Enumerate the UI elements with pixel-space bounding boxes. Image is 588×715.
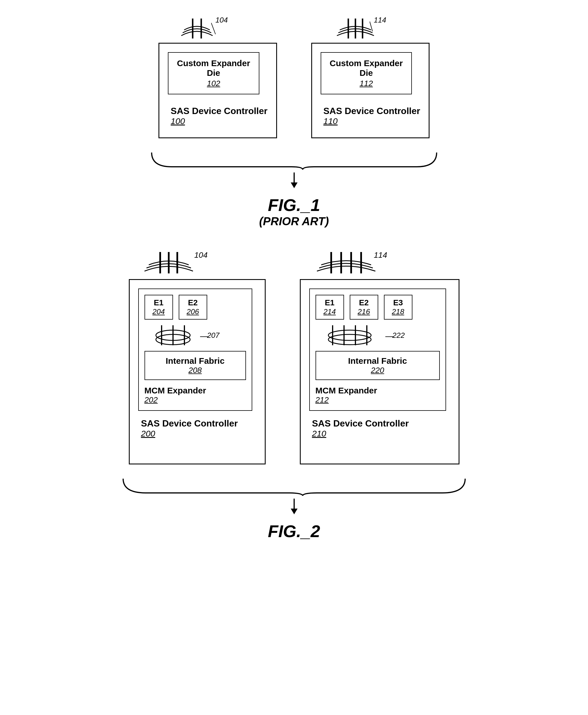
svg-line-2 bbox=[211, 23, 215, 34]
svg-marker-8 bbox=[291, 183, 298, 188]
fig2-left-mcm-ref: 202 bbox=[145, 395, 246, 404]
fig2-right-e2-label: E2 bbox=[355, 298, 373, 307]
fig1-title: FIG._1 bbox=[268, 195, 320, 215]
fig2-right-fabric-ref: 220 bbox=[323, 366, 433, 375]
fig2-device-left: E1 204 E2 206 bbox=[129, 279, 266, 464]
fig1-device-right-inner: Custom ExpanderDie 112 bbox=[321, 52, 412, 94]
fig1-devices: 104 Custom ExpanderDie 102 SAS Device Co… bbox=[159, 17, 429, 138]
fig2-left-expander-row: E1 204 E2 206 bbox=[145, 295, 246, 320]
fig1-left-controller-ref: 100 bbox=[171, 116, 185, 126]
fig2-left-mcm-inner: E1 204 E2 206 bbox=[138, 289, 252, 411]
fig1-left-inner-label: Custom ExpanderDie bbox=[177, 59, 250, 78]
fig1-left-inner-ref: 102 bbox=[207, 79, 220, 88]
fig2-right-fabric-label: Internal Fabric bbox=[323, 356, 433, 366]
fig2-left-fabric-label: Internal Fabric bbox=[152, 356, 238, 366]
fig2-left-e1-label: E1 bbox=[150, 298, 167, 307]
fig1-right-inner-label: Custom ExpanderDie bbox=[330, 59, 403, 78]
fig2-right-controller-label: SAS Device Controller bbox=[312, 418, 409, 429]
fig2-devices: 104 E1 204 E2 206 bbox=[129, 251, 459, 464]
fig2-right-mcm-ref: 212 bbox=[316, 395, 440, 404]
fig2-right-e3-ref: 218 bbox=[390, 307, 407, 316]
ref-114-fig1-right: 114 bbox=[374, 16, 386, 24]
fig2-left-e2-label: E2 bbox=[184, 298, 202, 307]
fig2-brace bbox=[109, 476, 479, 499]
fig1-section: 104 Custom ExpanderDie 102 SAS Device Co… bbox=[23, 17, 565, 228]
fig2-right-controller-ref: 210 bbox=[312, 429, 327, 439]
fig2-right-mcm-label: MCM Expander bbox=[316, 386, 440, 395]
fig2-right-expander-row: E1 214 E2 216 E3 218 bbox=[316, 295, 440, 320]
fig1-brace bbox=[138, 150, 451, 172]
fig2-right-e1-label: E1 bbox=[321, 298, 338, 307]
fig2-right-fabric: Internal Fabric 220 bbox=[316, 351, 440, 380]
fig2-section: 104 E1 204 E2 206 bbox=[23, 251, 565, 541]
fig1-right-controller-ref: 110 bbox=[323, 116, 338, 126]
fig2-left-controller-ref: 200 bbox=[141, 429, 155, 439]
fig2-device-right: E1 214 E2 216 E3 218 bbox=[300, 279, 459, 464]
fig2-left-e2: E2 206 bbox=[179, 295, 207, 320]
ref-104-fig1-left: 104 bbox=[215, 16, 228, 24]
fig1-device-left: Custom ExpanderDie 102 SAS Device Contro… bbox=[159, 43, 277, 138]
fig1-device-left-inner: Custom ExpanderDie 102 bbox=[168, 52, 259, 94]
fig2-right-e3: E3 218 bbox=[384, 295, 413, 320]
fig2-right-e1: E1 214 bbox=[316, 295, 344, 320]
fig1-right-inner-ref: 112 bbox=[360, 79, 373, 88]
arrow-207 bbox=[200, 332, 217, 341]
svg-point-26 bbox=[328, 330, 371, 340]
fig2-left-fabric-ref: 208 bbox=[152, 366, 238, 375]
svg-marker-30 bbox=[291, 509, 298, 514]
fig2-right-mcm-inner: E1 214 E2 216 E3 218 bbox=[309, 289, 446, 411]
fig2-title: FIG._2 bbox=[268, 521, 320, 541]
svg-point-27 bbox=[328, 334, 371, 345]
fig2-arrow-down bbox=[286, 499, 303, 516]
fig1-arrow-down bbox=[286, 172, 303, 190]
fig1-right-controller-label: SAS Device Controller bbox=[323, 106, 420, 116]
fig2-left-e1-ref: 204 bbox=[150, 307, 167, 316]
fig2-right-bus bbox=[316, 325, 435, 345]
arrow-104-left bbox=[211, 23, 217, 37]
fig2-left-controller-label: SAS Device Controller bbox=[141, 418, 238, 429]
fig2-left-e1: E1 204 bbox=[145, 295, 173, 320]
fig1-device-right: Custom ExpanderDie 112 SAS Device Contro… bbox=[311, 43, 430, 138]
arrow-222 bbox=[385, 332, 402, 341]
fig2-right-e1-ref: 214 bbox=[321, 307, 338, 316]
fig2-left-e2-ref: 206 bbox=[184, 307, 202, 316]
fig1-subtitle: (PRIOR ART) bbox=[259, 215, 329, 228]
arrow-114-right bbox=[370, 21, 375, 36]
fig1-left-controller-label: SAS Device Controller bbox=[171, 106, 268, 116]
fig2-left-fabric: Internal Fabric 208 bbox=[145, 351, 246, 380]
fig2-right-e2: E2 216 bbox=[350, 295, 378, 320]
fig2-right-e3-label: E3 bbox=[390, 298, 407, 307]
fig2-left-mcm-label: MCM Expander bbox=[145, 386, 246, 395]
ref-104-fig2-left: 104 bbox=[194, 251, 208, 260]
page: 104 Custom ExpanderDie 102 SAS Device Co… bbox=[0, 0, 588, 715]
fig2-left-bus bbox=[145, 325, 244, 345]
ref-114-fig2-right: 114 bbox=[374, 251, 387, 260]
svg-line-6 bbox=[370, 21, 373, 31]
fig2-right-e2-ref: 216 bbox=[355, 307, 373, 316]
